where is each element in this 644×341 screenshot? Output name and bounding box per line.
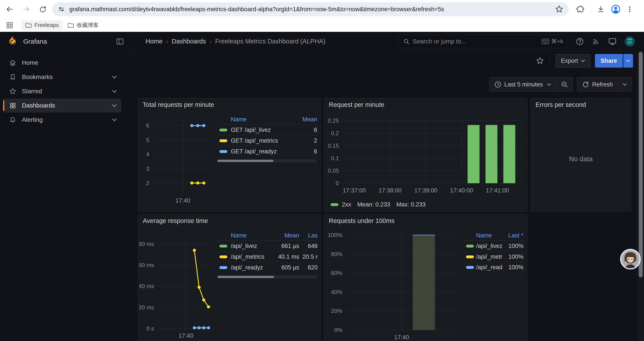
refresh-button[interactable]: Refresh [577,78,618,92]
breadcrumb-dashboards[interactable]: Dashboards [172,38,206,45]
download-icon [597,5,605,14]
export-button[interactable]: Export [556,54,590,68]
legend-row[interactable]: /api/_readyz605 µs620 [217,262,318,273]
sidebar-item-bookmarks[interactable]: Bookmarks [3,70,121,84]
legend-series-name[interactable]: /api/_metrics [231,253,270,260]
floating-assistant-avatar[interactable] [620,249,641,270]
browser-reload-button[interactable] [38,5,48,14]
zoom-out-button[interactable] [556,78,573,92]
legend-swatch-cell [464,255,476,258]
bar[interactable] [503,125,515,183]
bookmark-icon [9,74,16,81]
panel-title[interactable]: Request per minute [329,101,384,108]
browser-profile-button[interactable] [611,5,620,14]
bar[interactable] [413,235,435,330]
display-button[interactable] [608,37,617,46]
page-scrollbar-thumb[interactable] [639,52,643,277]
bookmark-folder-blogs[interactable]: 收藏博客 [64,20,102,30]
data-point[interactable] [193,249,196,252]
legend-column-header[interactable]: Name [231,116,294,123]
data-point[interactable] [202,181,206,185]
downloads-button[interactable] [596,5,606,14]
legend-series-name[interactable]: /api/_livez [231,243,270,249]
sidebar-item-home[interactable]: Home [3,56,121,70]
data-point[interactable] [198,286,200,289]
search-input[interactable]: Search or jump to... ⌘+k [398,35,568,48]
legend-row[interactable]: /api/_readyz100% [464,262,524,273]
legend-row[interactable]: GET /api/_metrics2 [217,135,317,146]
legend-series-name[interactable]: /api/_metrics [476,253,502,260]
legend-row[interactable]: GET /api/_livez6 [217,124,317,135]
time-range-picker[interactable]: Last 5 minutes [490,78,556,92]
legend-column-header[interactable]: Name [231,232,270,239]
data-point[interactable] [202,298,206,301]
legend-column-header[interactable]: Name [476,232,502,239]
avg_response-plot[interactable]: 0 s20 ms40 ms60 ms80 ms17:40 [139,229,216,341]
data-point[interactable] [207,305,210,308]
total_requests-plot[interactable]: 2345617:40 [139,113,216,210]
browser-forward-button[interactable] [22,5,31,14]
url-text[interactable]: grafana.mathmast.com/d/deytv4rwavabkb/fr… [69,6,555,13]
legend-series-name[interactable]: GET /api/_readyz [231,148,294,155]
browser-back-button[interactable] [5,5,14,14]
legend-scrollbar-thumb[interactable] [218,276,274,278]
data-point[interactable] [196,124,200,127]
legend-row[interactable]: /api/_livez661 µs646 [217,240,318,251]
data-point[interactable] [207,326,210,329]
panel-title[interactable]: Requests under 100ms [329,217,394,224]
share-button[interactable]: Share [595,54,623,68]
legend-row[interactable]: /api/_livez100% [464,240,524,251]
site-info-icon[interactable] [58,5,65,13]
legend-row[interactable]: /api/_metrics40.1 ms20.5 r [217,251,318,262]
panel-title[interactable]: Total requests per minute [143,101,214,108]
help-button[interactable] [576,37,584,46]
legend-series-name[interactable]: /api/_livez [476,243,502,249]
legend-series-name[interactable]: 2xx [342,201,351,208]
series-line[interactable] [194,250,209,307]
panel-title[interactable]: Errors per second [536,101,586,108]
data-point[interactable] [190,124,193,127]
news-button[interactable] [592,37,600,46]
legend-series-name[interactable]: /api/_readyz [476,264,502,271]
page-scrollbar-track[interactable] [637,51,644,341]
address-bar[interactable]: grafana.mathmast.com/d/deytv4rwavabkb/fr… [52,2,568,16]
request-per-minute-chart[interactable]: 00.050.10.150.20.2517:37:0017:38:0017:39… [326,111,524,201]
favorite-star-icon[interactable] [536,57,544,65]
legend-scrollbar[interactable] [217,275,318,278]
user-avatar[interactable] [625,37,635,47]
sidebar-item-dashboards[interactable]: Dashboards [3,99,121,113]
total-requests-chart[interactable]: 2345617:40 [139,113,216,210]
data-point[interactable] [193,326,196,329]
breadcrumb-home[interactable]: Home [146,38,162,45]
legend-row[interactable]: GET /api/_readyz6 [217,146,317,157]
bookmarks-apps-button[interactable] [5,21,14,30]
legend-scrollbar[interactable] [217,159,317,162]
extensions-button[interactable] [575,5,585,14]
requests-under-100ms-chart[interactable]: 0%20%40%60%80%100%17:40 [325,229,460,341]
data-point[interactable] [202,326,206,329]
data-point[interactable] [198,326,200,329]
bookmark-folder-freeleaps[interactable]: Freeleaps [21,20,62,30]
bar[interactable] [468,125,480,183]
data-point[interactable] [190,181,193,185]
sidebar-item-alerting[interactable]: Alerting [3,113,121,127]
legend-row[interactable]: /api/_metrics100% [464,251,524,262]
sidebar-collapse-icon[interactable] [116,38,124,46]
refresh-interval-button[interactable] [618,78,632,92]
panel-title[interactable]: Average response time [143,217,208,224]
grafana-logo[interactable] [6,36,18,47]
browser-menu-button[interactable] [625,5,634,14]
request_per_minute-plot[interactable]: 00.050.10.150.20.2517:37:0017:38:0017:39… [326,111,524,201]
bookmark-star-icon[interactable] [555,5,563,14]
sidebar-item-starred[interactable]: Starred [3,84,121,98]
share-menu-button[interactable] [624,54,633,68]
legend-series-name[interactable]: GET /api/_metrics [231,137,294,144]
legend-scrollbar-thumb[interactable] [218,160,274,162]
bar[interactable] [486,125,497,183]
data-point[interactable] [202,124,206,127]
legend-series-name[interactable]: /api/_readyz [231,264,270,271]
under_100ms-plot[interactable]: 0%20%40%60%80%100%17:40 [325,229,460,341]
average-response-time-chart[interactable]: 0 s20 ms40 ms60 ms80 ms17:40 [139,229,216,341]
legend-series-name[interactable]: GET /api/_livez [231,127,294,133]
data-point[interactable] [196,181,200,185]
